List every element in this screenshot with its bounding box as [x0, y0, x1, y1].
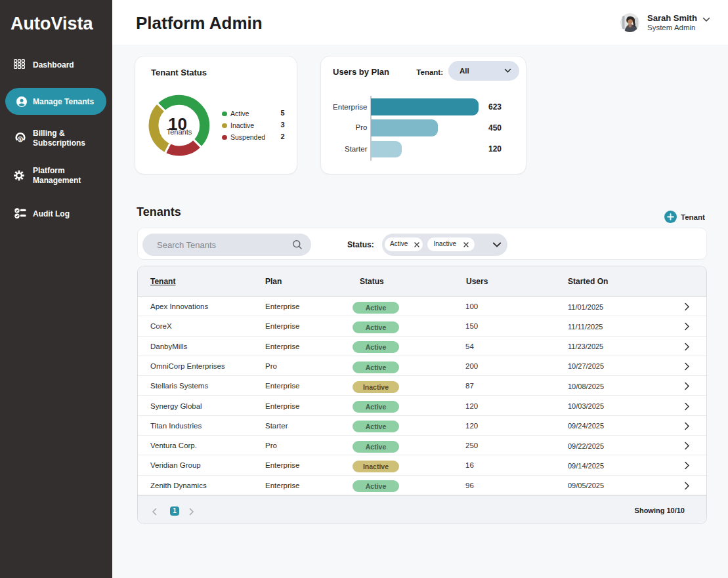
- svg-text:$: $: [19, 137, 22, 142]
